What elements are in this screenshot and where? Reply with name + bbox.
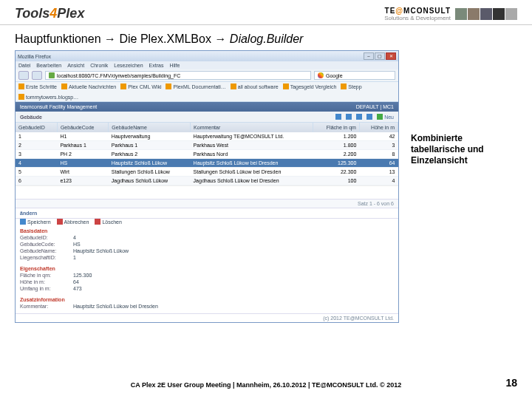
next-page-button[interactable] [356,114,362,120]
cell: HS [57,159,108,168]
cell: 4 [16,159,57,168]
first-page-button[interactable] [335,114,341,120]
col-name[interactable]: GebäudeName [109,123,191,132]
logo-teamconsult: TE@MCONSULT Solutions & Development [384,7,517,21]
bookmark-item[interactable]: tommytowers.blogsp… [18,94,78,100]
menu-history[interactable]: Chronik [90,63,108,68]
bookmark-item[interactable]: Plex CML Wiki [120,83,161,89]
menu-file[interactable]: Datei [18,63,30,68]
close-button[interactable]: ✕ [386,52,396,60]
cell: 42 [359,132,398,141]
bookmark-item[interactable]: Stepp [341,83,361,89]
title-part3: Dialog.Builder [226,33,303,45]
menu-tools[interactable]: Extras [149,63,164,68]
logo-text-tools: Tools [15,6,50,21]
menu-help[interactable]: Hilfe [169,63,180,68]
form-label: GebäudeName: [20,248,73,253]
table-row[interactable]: 1H1HauptverwaltungHauptverwaltung TE@MCO… [16,132,398,141]
cell: Parkhaus 1 [109,141,191,150]
form-label: Fläche in qm: [20,273,73,278]
table-row[interactable]: 4HSHauptsitz Schloß LükowHauptsitz Schlo… [16,159,398,168]
minimize-button[interactable]: – [364,52,374,60]
form-label: Umfang in m: [20,286,73,291]
search-placeholder: Google [326,73,343,78]
cell: 1.800 [313,141,359,150]
form-value[interactable]: 64 [73,279,79,284]
bookmark-label: Plex CML Wiki [128,84,161,89]
form-value[interactable]: 1 [73,255,76,260]
address-bar[interactable]: localhost:8080/TC.FMV/dynweb/samples/Bui… [45,71,311,80]
cancel-button[interactable]: Abbrechen [57,219,89,225]
delete-icon [95,219,100,225]
form-row: Höhe in m:64 [20,279,394,284]
form-basis: GebäudeID:4GebäudeCode:HSGebäudeName:Hau… [16,233,398,265]
save-label: Speichern [27,219,51,225]
form-row: GebäudeID:4 [20,235,394,240]
col-id[interactable]: GebäudeID [16,123,57,132]
brand-tiles [455,8,517,20]
table-row[interactable]: 6e123Jagdhaus Schloß LükowJagdhaus Schlo… [16,177,398,185]
col-area[interactable]: Fläche in qm [313,123,359,132]
col-comment[interactable]: Kommentar [191,123,313,132]
cell: Parkhaus 1 [57,141,108,150]
form-value[interactable]: Hauptsitz Schloß Lükow [73,248,129,253]
app-title: teamconsult Facility Management [20,104,97,109]
slide: Tools4Plex TE@MCONSULT Solutions & Devel… [0,0,532,399]
cell: H1 [57,132,108,141]
bookmark-label: Stepp [348,84,361,89]
plus-icon [377,114,383,120]
last-page-button[interactable] [366,114,372,120]
col-height[interactable]: Höhe in m [359,123,398,132]
new-button[interactable]: Neu [377,114,394,120]
form-value[interactable]: 125.300 [73,273,92,278]
section-eigen-title: Eigenschaften [16,265,398,271]
form-value[interactable]: HS [73,242,81,247]
brand-at: @ [395,7,403,15]
search-box[interactable]: Google [314,71,395,80]
form-value[interactable]: 473 [73,286,82,291]
delete-button[interactable]: Löschen [95,219,121,225]
brand-te: TE [385,7,396,15]
cell: Parkhaus 2 [109,150,191,159]
table-row[interactable]: 2Parkhaus 1Parkhaus 1Parkhaus West1.8003 [16,141,398,150]
bookmark-item[interactable]: all about software [231,83,279,89]
logo-teamconsult-text: TE@MCONSULT Solutions & Development [384,7,451,21]
menu-bookmarks[interactable]: Lesezeichen [114,63,143,68]
bookmark-item[interactable]: Aktuelle Nachrichten [61,83,116,89]
table-row[interactable]: 5WirtStallungen Schloß LükowStallungen S… [16,168,398,177]
bookmark-item[interactable]: Erste Schritte [18,83,57,89]
cell: 4 [359,177,398,185]
cell: Stallungen Schloß Lükow bei Dresden [191,168,313,177]
maximize-button[interactable]: ▢ [375,52,385,60]
form-label: GebäudeCode: [20,242,73,247]
form-value[interactable]: Hauptsitz Schloß Lükow bei Dresden [73,304,158,309]
menu-edit[interactable]: Bearbeiten [36,63,61,68]
prev-page-button[interactable] [346,114,352,120]
back-button[interactable] [18,71,29,80]
cell: 125.300 [313,159,359,168]
col-code[interactable]: GebäudeCode [57,123,108,132]
table-row[interactable]: 3PH 2Parkhaus 2Parkhaus Nord2.2008 [16,150,398,159]
form-value[interactable]: 4 [73,235,76,240]
save-button[interactable]: Speichern [20,219,51,225]
data-table: GebäudeID GebäudeCode GebäudeName Kommen… [16,123,398,185]
save-icon [20,219,26,225]
form-label: GebäudeID: [20,235,73,240]
cell: Parkhaus West [191,141,313,150]
cell: 13 [359,168,398,177]
logo-text-4: 4 [50,6,57,21]
cell: Hauptsitz Schloß Lükow bei Dresden [191,159,313,168]
bookmark-item[interactable]: PlexML Documentati… [166,83,225,89]
bookmark-icon [120,83,126,89]
section-zusatz-title: Zusatzinformation [16,296,398,302]
address-text: localhost:8080/TC.FMV/dynweb/samples/Bui… [57,73,180,78]
menu-view[interactable]: Ansicht [67,63,84,68]
cell: 100 [313,177,359,185]
forward-button[interactable] [32,71,42,80]
browser-menubar: Datei Bearbeiten Ansicht Chronik Lesezei… [16,61,398,69]
window-titlebar[interactable]: Mozilla Firefox – ▢ ✕ [16,51,398,61]
cell: Hauptsitz Schloß Lükow [109,159,191,168]
bookmark-item[interactable]: Tagesgeld Vergleich [283,83,337,89]
favicon-icon [49,72,55,78]
tile-icon [480,8,492,20]
